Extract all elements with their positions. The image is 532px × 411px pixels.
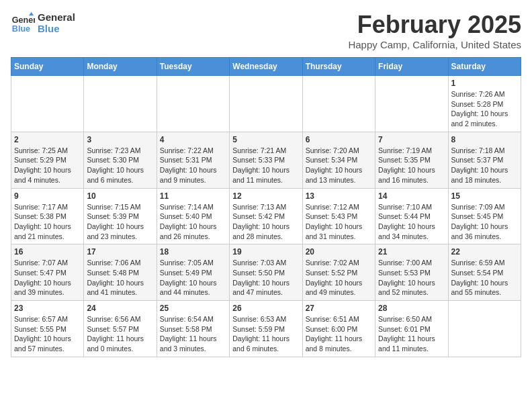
day-number: 24	[87, 304, 153, 313]
day-number: 27	[306, 304, 372, 313]
day-info: Sunrise: 7:06 AM Sunset: 5:48 PM Dayligh…	[87, 258, 153, 298]
logo: General Blue General Blue	[11, 11, 75, 35]
calendar-week-row: 9Sunrise: 7:17 AM Sunset: 5:38 PM Daylig…	[11, 188, 521, 244]
calendar-header-row: SundayMondayTuesdayWednesdayThursdayFrid…	[11, 58, 521, 76]
day-info: Sunrise: 7:19 AM Sunset: 5:35 PM Dayligh…	[378, 146, 445, 185]
calendar-cell	[157, 76, 229, 132]
calendar-cell: 19Sunrise: 7:03 AM Sunset: 5:50 PM Dayli…	[230, 244, 302, 301]
calendar-cell: 6Sunrise: 7:20 AM Sunset: 5:34 PM Daylig…	[302, 132, 375, 188]
calendar-cell: 20Sunrise: 7:02 AM Sunset: 5:52 PM Dayli…	[302, 244, 375, 301]
calendar-cell	[448, 301, 521, 357]
calendar-cell: 15Sunrise: 7:09 AM Sunset: 5:45 PM Dayli…	[448, 188, 521, 244]
calendar-cell: 16Sunrise: 7:07 AM Sunset: 5:47 PM Dayli…	[11, 244, 84, 301]
day-info: Sunrise: 6:53 AM Sunset: 5:59 PM Dayligh…	[232, 314, 299, 354]
day-number: 4	[160, 135, 226, 144]
calendar-cell: 2Sunrise: 7:25 AM Sunset: 5:29 PM Daylig…	[11, 132, 84, 188]
title-area: February 2025 Happy Camp, California, Un…	[348, 11, 521, 50]
day-number: 16	[14, 247, 81, 257]
day-info: Sunrise: 6:51 AM Sunset: 6:00 PM Dayligh…	[306, 314, 372, 354]
day-number: 9	[14, 191, 81, 201]
calendar-cell	[375, 76, 448, 132]
day-info: Sunrise: 7:25 AM Sunset: 5:29 PM Dayligh…	[14, 146, 81, 185]
day-number: 21	[378, 247, 445, 257]
day-number: 15	[451, 191, 518, 201]
day-of-week-header: Thursday	[302, 58, 375, 76]
calendar-cell	[84, 76, 157, 132]
calendar-cell: 21Sunrise: 7:00 AM Sunset: 5:53 PM Dayli…	[375, 244, 448, 301]
day-number: 25	[160, 304, 226, 313]
day-number: 10	[87, 191, 153, 201]
day-of-week-header: Friday	[375, 58, 448, 76]
day-number: 18	[160, 247, 226, 257]
day-number: 19	[232, 247, 299, 257]
day-info: Sunrise: 7:17 AM Sunset: 5:38 PM Dayligh…	[14, 202, 81, 242]
calendar-table: SundayMondayTuesdayWednesdayThursdayFrid…	[11, 57, 521, 357]
day-info: Sunrise: 7:02 AM Sunset: 5:52 PM Dayligh…	[306, 258, 372, 298]
calendar-cell: 10Sunrise: 7:15 AM Sunset: 5:39 PM Dayli…	[84, 188, 157, 244]
day-info: Sunrise: 7:00 AM Sunset: 5:53 PM Dayligh…	[378, 258, 445, 298]
calendar-cell: 1Sunrise: 7:26 AM Sunset: 5:28 PM Daylig…	[448, 76, 521, 132]
day-number: 20	[306, 247, 372, 257]
calendar-cell: 24Sunrise: 6:56 AM Sunset: 5:57 PM Dayli…	[84, 301, 157, 357]
day-info: Sunrise: 7:03 AM Sunset: 5:50 PM Dayligh…	[232, 258, 299, 298]
day-info: Sunrise: 7:18 AM Sunset: 5:37 PM Dayligh…	[451, 146, 518, 185]
svg-text:Blue: Blue	[12, 24, 30, 34]
page-header: General Blue General Blue February 2025 …	[11, 11, 521, 50]
day-info: Sunrise: 7:26 AM Sunset: 5:28 PM Dayligh…	[451, 89, 518, 129]
calendar-cell: 14Sunrise: 7:10 AM Sunset: 5:44 PM Dayli…	[375, 188, 448, 244]
day-of-week-header: Tuesday	[157, 58, 229, 76]
month-title: February 2025	[348, 11, 521, 39]
day-info: Sunrise: 7:23 AM Sunset: 5:30 PM Dayligh…	[87, 146, 153, 185]
day-info: Sunrise: 7:14 AM Sunset: 5:40 PM Dayligh…	[160, 202, 226, 242]
day-number: 7	[378, 135, 445, 144]
calendar-cell: 13Sunrise: 7:12 AM Sunset: 5:43 PM Dayli…	[302, 188, 375, 244]
svg-marker-2	[29, 12, 34, 15]
day-number: 2	[14, 135, 81, 144]
calendar-cell: 7Sunrise: 7:19 AM Sunset: 5:35 PM Daylig…	[375, 132, 448, 188]
calendar-cell: 22Sunrise: 6:59 AM Sunset: 5:54 PM Dayli…	[448, 244, 521, 301]
day-number: 13	[306, 191, 372, 201]
day-info: Sunrise: 6:54 AM Sunset: 5:58 PM Dayligh…	[160, 314, 226, 354]
calendar-week-row: 1Sunrise: 7:26 AM Sunset: 5:28 PM Daylig…	[11, 76, 521, 132]
calendar-cell: 18Sunrise: 7:05 AM Sunset: 5:49 PM Dayli…	[157, 244, 229, 301]
calendar-cell: 17Sunrise: 7:06 AM Sunset: 5:48 PM Dayli…	[84, 244, 157, 301]
day-number: 5	[232, 135, 299, 144]
logo-icon: General Blue	[11, 11, 35, 35]
calendar-cell: 9Sunrise: 7:17 AM Sunset: 5:38 PM Daylig…	[11, 188, 84, 244]
calendar-cell: 8Sunrise: 7:18 AM Sunset: 5:37 PM Daylig…	[448, 132, 521, 188]
calendar-cell: 25Sunrise: 6:54 AM Sunset: 5:58 PM Dayli…	[157, 301, 229, 357]
day-number: 11	[160, 191, 226, 201]
calendar-cell: 3Sunrise: 7:23 AM Sunset: 5:30 PM Daylig…	[84, 132, 157, 188]
day-info: Sunrise: 7:07 AM Sunset: 5:47 PM Dayligh…	[14, 258, 81, 298]
calendar-cell	[230, 76, 302, 132]
calendar-week-row: 2Sunrise: 7:25 AM Sunset: 5:29 PM Daylig…	[11, 132, 521, 188]
day-info: Sunrise: 6:59 AM Sunset: 5:54 PM Dayligh…	[451, 258, 518, 298]
day-info: Sunrise: 7:09 AM Sunset: 5:45 PM Dayligh…	[451, 202, 518, 242]
day-number: 17	[87, 247, 153, 257]
calendar-cell: 11Sunrise: 7:14 AM Sunset: 5:40 PM Dayli…	[157, 188, 229, 244]
day-number: 23	[14, 304, 81, 313]
calendar-cell: 26Sunrise: 6:53 AM Sunset: 5:59 PM Dayli…	[230, 301, 302, 357]
day-number: 3	[87, 135, 153, 144]
calendar-cell: 12Sunrise: 7:13 AM Sunset: 5:42 PM Dayli…	[230, 188, 302, 244]
calendar-cell: 23Sunrise: 6:57 AM Sunset: 5:55 PM Dayli…	[11, 301, 84, 357]
day-info: Sunrise: 7:05 AM Sunset: 5:49 PM Dayligh…	[160, 258, 226, 298]
calendar-cell: 27Sunrise: 6:51 AM Sunset: 6:00 PM Dayli…	[302, 301, 375, 357]
calendar-cell: 28Sunrise: 6:50 AM Sunset: 6:01 PM Dayli…	[375, 301, 448, 357]
calendar-cell: 4Sunrise: 7:22 AM Sunset: 5:31 PM Daylig…	[157, 132, 229, 188]
day-info: Sunrise: 6:57 AM Sunset: 5:55 PM Dayligh…	[14, 314, 81, 354]
day-info: Sunrise: 6:56 AM Sunset: 5:57 PM Dayligh…	[87, 314, 153, 354]
calendar-week-row: 16Sunrise: 7:07 AM Sunset: 5:47 PM Dayli…	[11, 244, 521, 301]
logo-general: General	[38, 11, 75, 23]
day-number: 22	[451, 247, 518, 257]
day-of-week-header: Saturday	[448, 58, 521, 76]
day-number: 6	[306, 135, 372, 144]
day-number: 28	[378, 304, 445, 313]
calendar-week-row: 23Sunrise: 6:57 AM Sunset: 5:55 PM Dayli…	[11, 301, 521, 357]
day-of-week-header: Monday	[84, 58, 157, 76]
location: Happy Camp, California, United States	[348, 39, 521, 50]
day-of-week-header: Sunday	[11, 58, 84, 76]
day-info: Sunrise: 7:15 AM Sunset: 5:39 PM Dayligh…	[87, 202, 153, 242]
day-number: 12	[232, 191, 299, 201]
day-number: 8	[451, 135, 518, 144]
